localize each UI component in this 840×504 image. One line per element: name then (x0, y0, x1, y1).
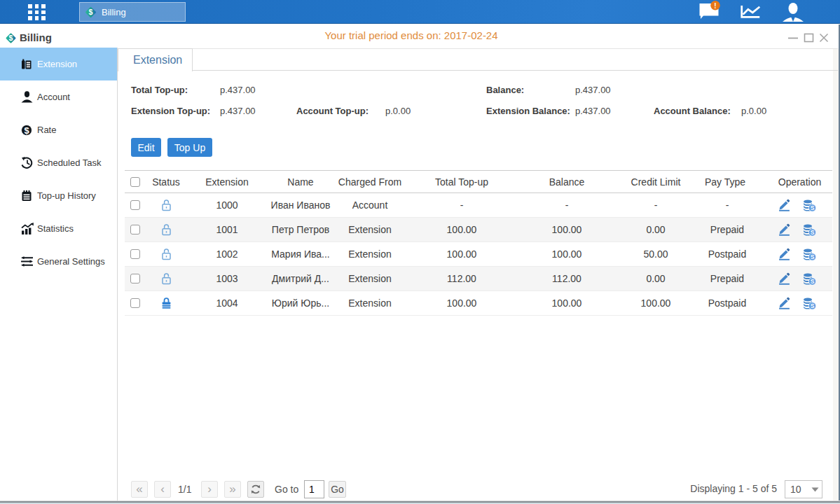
svg-text:S: S (810, 204, 814, 211)
svg-text:$: $ (89, 8, 93, 16)
svg-text:$: $ (24, 125, 29, 135)
svg-text:!: ! (714, 2, 716, 10)
svg-text:S: S (810, 253, 814, 260)
svg-text:S: S (810, 278, 814, 285)
svg-text:S: S (810, 229, 814, 236)
svg-text:S: S (810, 302, 814, 309)
